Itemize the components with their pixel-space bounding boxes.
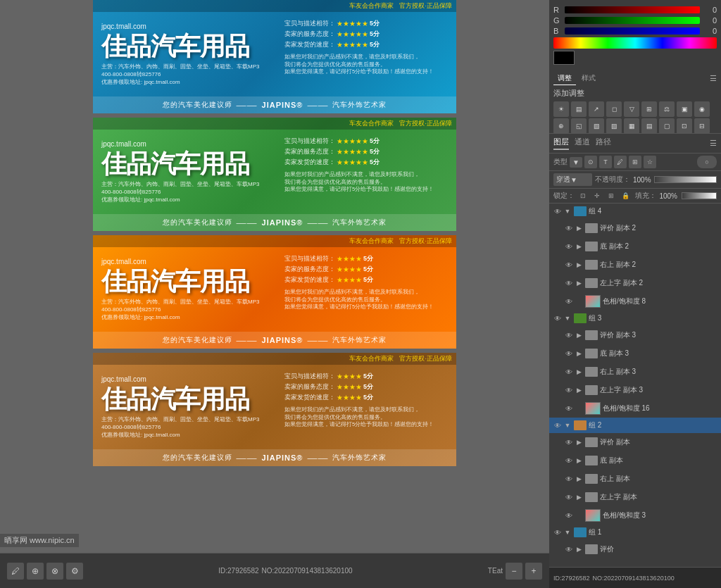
filter-icon-3[interactable]: 🖊 xyxy=(614,156,627,168)
expand-zuozi-f2[interactable]: ▶ xyxy=(575,277,583,289)
lock-move-btn[interactable]: ✛ xyxy=(591,190,603,201)
eye-zuozi-f[interactable]: 👁 xyxy=(563,492,575,503)
filter-toggle[interactable]: ○ xyxy=(697,156,717,168)
eye-group4[interactable]: 👁 xyxy=(552,206,563,217)
expand-group1[interactable]: ▼ xyxy=(563,527,572,538)
layer-hue16[interactable]: 👁 色相/饱和度 16 xyxy=(549,399,721,418)
adj-colorbalance-icon[interactable]: ⚖ xyxy=(659,101,675,117)
adj-levels-icon[interactable]: ▤ xyxy=(571,101,587,117)
filter-icon-1[interactable]: ⊙ xyxy=(584,156,597,168)
layer-youshang-f2[interactable]: 👁 ▶ 右上 副本 2 xyxy=(549,256,721,274)
layer-hue8[interactable]: 👁 色相/饱和度 8 xyxy=(549,292,721,311)
filter-icon-2[interactable]: T xyxy=(599,156,612,168)
b-slider[interactable] xyxy=(565,27,700,35)
eye-pingjia-f[interactable]: 👁 xyxy=(563,437,575,448)
layer-di-f3[interactable]: 👁 ▶ 底 副本 3 xyxy=(549,344,721,363)
lock-all-btn[interactable]: 🔒 xyxy=(620,190,631,201)
layer-pingjia[interactable]: 👁 ▶ 评价 xyxy=(549,540,721,558)
eye-group3[interactable]: 👁 xyxy=(552,313,563,324)
eye-di-f2[interactable]: 👁 xyxy=(563,241,575,252)
adj-gradient-icon[interactable]: ▦ xyxy=(624,118,639,134)
filter-icon-5[interactable]: ☆ xyxy=(644,156,656,168)
tool-icon-1[interactable]: 🖊 xyxy=(7,563,24,580)
fill-slider[interactable] xyxy=(682,192,717,199)
layer-group-2[interactable]: 👁 ▼ 组 2 xyxy=(549,418,721,433)
tool-icon-2[interactable]: ⊕ xyxy=(27,563,44,580)
expand-zuozi-f[interactable]: ▶ xyxy=(575,492,583,503)
tool-icon-3[interactable]: ⊗ xyxy=(46,563,63,580)
adj-selective-icon[interactable]: ▤ xyxy=(641,118,657,134)
layer-hue3[interactable]: 👁 色相/饱和度 3 xyxy=(549,506,721,525)
eye-hue8[interactable]: 👁 xyxy=(563,296,575,307)
color-swatch[interactable] xyxy=(553,51,575,65)
adj-brightness-icon[interactable]: ☀ xyxy=(553,101,569,117)
layer-pingjia-f2[interactable]: 👁 ▶ 评价 副本 2 xyxy=(549,219,721,237)
expand-pingjia[interactable]: ▶ xyxy=(575,544,583,555)
layers-list[interactable]: 👁 ▼ 组 4 👁 ▶ 评价 副本 2 👁 ▶ 底 副本 2 👁 ▶ xyxy=(549,204,721,567)
r-slider[interactable] xyxy=(565,6,700,13)
filter-icon-4[interactable]: ⊞ xyxy=(629,156,641,168)
tool-icon-4[interactable]: ⚙ xyxy=(66,563,83,580)
eye-group1[interactable]: 👁 xyxy=(552,527,563,538)
adj-channel-icon[interactable]: ⊕ xyxy=(553,118,569,134)
expand-youshang-f3[interactable]: ▶ xyxy=(575,366,583,377)
eye-pingjia-f3[interactable]: 👁 xyxy=(563,330,575,341)
lock-pixel-btn[interactable]: ⊡ xyxy=(577,190,589,201)
adj-posterize-icon[interactable]: ▧ xyxy=(589,118,604,134)
opacity-slider[interactable] xyxy=(654,176,717,183)
adj-invert-icon[interactable]: ◱ xyxy=(571,118,587,134)
expand-group4[interactable]: ▼ xyxy=(563,206,572,217)
layer-zuozi-f3[interactable]: 👁 ▶ 左上字 副本 3 xyxy=(549,381,721,399)
blend-mode-dropdown[interactable]: 穿透 ▼ xyxy=(553,173,592,186)
eye-hue3[interactable]: 👁 xyxy=(563,510,575,521)
eye-pingjia-f2[interactable]: 👁 xyxy=(563,223,575,234)
expand-group2[interactable]: ▼ xyxy=(563,420,572,431)
zoom-in-icon[interactable]: + xyxy=(525,563,542,580)
eye-pingjia[interactable]: 👁 xyxy=(563,544,575,555)
tab-adjustments[interactable]: 调整 xyxy=(553,72,576,85)
layer-pingjia-f[interactable]: 👁 ▶ 评价 副本 xyxy=(549,433,721,451)
expand-hue16[interactable] xyxy=(575,403,583,414)
adj-threshold-icon[interactable]: ▨ xyxy=(606,118,622,134)
layer-di-f2[interactable]: 👁 ▶ 底 副本 2 xyxy=(549,237,721,256)
expand-di-f2[interactable]: ▶ xyxy=(575,241,583,252)
lock-artboard-btn[interactable]: ⊞ xyxy=(606,190,617,201)
expand-pingjia-f[interactable]: ▶ xyxy=(575,437,583,448)
layer-youshang-f3[interactable]: 👁 ▶ 右上 副本 3 xyxy=(549,363,721,381)
expand-pingjia-f2[interactable]: ▶ xyxy=(575,223,583,234)
adj-hdr-icon[interactable]: ⊡ xyxy=(677,118,692,134)
layer-youshang-f[interactable]: 👁 ▶ 右上 副本 xyxy=(549,470,721,488)
eye-hue16[interactable]: 👁 xyxy=(563,403,575,414)
eye-zuozi-f2[interactable]: 👁 xyxy=(563,277,575,289)
expand-zuozi-f3[interactable]: ▶ xyxy=(575,384,583,396)
eye-youshang-f3[interactable]: 👁 xyxy=(563,366,575,377)
tab-layers[interactable]: 图层 xyxy=(553,137,569,150)
tab-paths[interactable]: 路径 xyxy=(596,137,611,150)
expand-hue8[interactable] xyxy=(575,296,583,307)
tab-channels[interactable]: 通道 xyxy=(575,137,590,150)
layer-zuozi-f[interactable]: 👁 ▶ 左上字 副本 xyxy=(549,488,721,506)
eye-di-f[interactable]: 👁 xyxy=(563,455,575,466)
layer-group-3[interactable]: 👁 ▼ 组 3 xyxy=(549,311,721,326)
expand-youshang-f[interactable]: ▶ xyxy=(575,473,583,484)
layer-group-1[interactable]: 👁 ▼ 组 1 xyxy=(549,525,721,540)
expand-youshang-f2[interactable]: ▶ xyxy=(575,259,583,270)
eye-di-f3[interactable]: 👁 xyxy=(563,348,575,359)
adj-shadow-icon[interactable]: ▢ xyxy=(659,118,675,134)
expand-pingjia-f3[interactable]: ▶ xyxy=(575,330,583,341)
eye-youshang-f2[interactable]: 👁 xyxy=(563,259,575,270)
filter-dropdown[interactable]: ▼ xyxy=(570,157,582,168)
eye-zuozi-f3[interactable]: 👁 xyxy=(563,384,575,396)
expand-di-f[interactable]: ▶ xyxy=(575,455,583,466)
tab-styles[interactable]: 样式 xyxy=(577,72,600,85)
panel-options-icon[interactable]: ☰ xyxy=(710,74,717,83)
zoom-out-icon[interactable]: − xyxy=(506,563,522,580)
expand-group3[interactable]: ▼ xyxy=(563,313,572,324)
layer-pingjia-f3[interactable]: 👁 ▶ 评价 副本 3 xyxy=(549,326,721,344)
layers-options-icon[interactable]: ☰ xyxy=(710,139,717,148)
color-gradient-bar[interactable] xyxy=(553,37,717,49)
g-slider[interactable] xyxy=(565,17,700,24)
adj-vibrance-icon[interactable]: ▽ xyxy=(624,101,639,117)
adj-more-icon[interactable]: ⊟ xyxy=(694,118,710,134)
layer-zuozi-f2[interactable]: 👁 ▶ 左上字 副本 2 xyxy=(549,274,721,292)
